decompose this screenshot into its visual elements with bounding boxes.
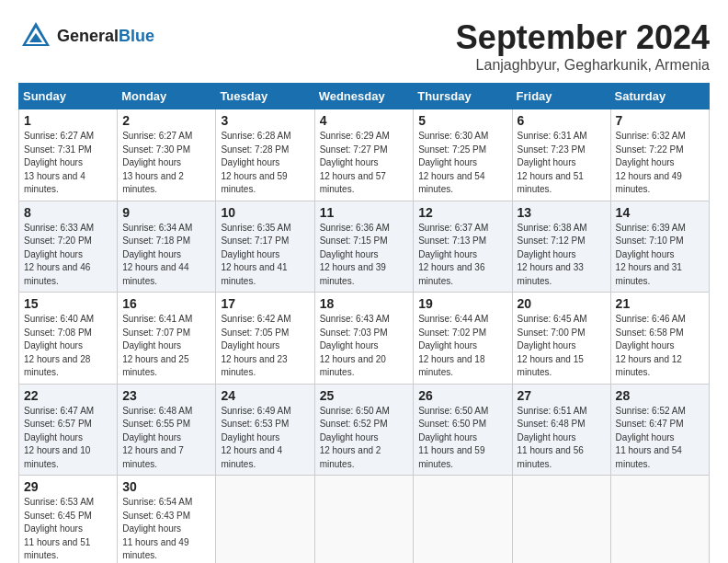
calendar-cell: 17Sunrise: 6:42 AMSunset: 7:05 PMDayligh… — [216, 293, 314, 385]
day-number: 21 — [616, 296, 704, 311]
day-info: Sunrise: 6:27 AMSunset: 7:31 PMDaylight … — [24, 130, 112, 197]
calendar-cell: 10Sunrise: 6:35 AMSunset: 7:17 PMDayligh… — [216, 201, 314, 293]
logo-icon — [18, 18, 53, 53]
day-info: Sunrise: 6:40 AMSunset: 7:08 PMDaylight … — [24, 313, 112, 380]
day-info: Sunrise: 6:54 AMSunset: 6:43 PMDaylight … — [122, 496, 210, 563]
day-number: 9 — [122, 205, 210, 220]
day-number: 26 — [418, 388, 506, 403]
day-info: Sunrise: 6:42 AMSunset: 7:05 PMDaylight … — [221, 313, 309, 380]
day-number: 4 — [320, 113, 409, 128]
calendar-week-row: 15Sunrise: 6:40 AMSunset: 7:08 PMDayligh… — [19, 293, 710, 385]
logo: GeneralBlue — [18, 18, 154, 53]
calendar-cell — [314, 476, 414, 564]
calendar-cell: 18Sunrise: 6:43 AMSunset: 7:03 PMDayligh… — [314, 293, 414, 385]
calendar-cell: 6Sunrise: 6:31 AMSunset: 7:23 PMDaylight… — [512, 109, 610, 201]
calendar-cell: 30Sunrise: 6:54 AMSunset: 6:43 PMDayligh… — [118, 476, 216, 564]
calendar-cell: 4Sunrise: 6:29 AMSunset: 7:27 PMDaylight… — [314, 109, 414, 201]
calendar-cell — [216, 476, 314, 564]
day-info: Sunrise: 6:50 AMSunset: 6:50 PMDaylight … — [418, 405, 506, 472]
day-info: Sunrise: 6:37 AMSunset: 7:13 PMDaylight … — [418, 222, 506, 289]
calendar-cell: 21Sunrise: 6:46 AMSunset: 6:58 PMDayligh… — [610, 293, 709, 385]
calendar-cell: 19Sunrise: 6:44 AMSunset: 7:02 PMDayligh… — [414, 293, 512, 385]
calendar-cell: 3Sunrise: 6:28 AMSunset: 7:28 PMDaylight… — [216, 109, 314, 201]
day-number: 27 — [518, 388, 606, 403]
day-info: Sunrise: 6:47 AMSunset: 6:57 PMDaylight … — [24, 405, 112, 472]
day-info: Sunrise: 6:49 AMSunset: 6:53 PMDaylight … — [221, 405, 309, 472]
day-number: 30 — [122, 479, 210, 494]
calendar-cell: 12Sunrise: 6:37 AMSunset: 7:13 PMDayligh… — [414, 201, 512, 293]
weekday-header: Sunday — [19, 84, 118, 109]
calendar-cell: 20Sunrise: 6:45 AMSunset: 7:00 PMDayligh… — [512, 293, 610, 385]
calendar-cell: 13Sunrise: 6:38 AMSunset: 7:12 PMDayligh… — [512, 201, 610, 293]
day-info: Sunrise: 6:51 AMSunset: 6:48 PMDaylight … — [518, 405, 606, 472]
calendar-cell: 22Sunrise: 6:47 AMSunset: 6:57 PMDayligh… — [19, 384, 118, 476]
day-info: Sunrise: 6:44 AMSunset: 7:02 PMDaylight … — [418, 313, 506, 380]
calendar-cell — [414, 476, 512, 564]
title-section: September 2024 Lanjaghbyur, Gegharkunik,… — [456, 18, 710, 74]
weekday-header: Tuesday — [216, 84, 314, 109]
calendar-cell: 9Sunrise: 6:34 AMSunset: 7:18 PMDaylight… — [118, 201, 216, 293]
calendar-cell: 7Sunrise: 6:32 AMSunset: 7:22 PMDaylight… — [610, 109, 709, 201]
calendar-cell: 1Sunrise: 6:27 AMSunset: 7:31 PMDaylight… — [19, 109, 118, 201]
day-info: Sunrise: 6:36 AMSunset: 7:15 PMDaylight … — [320, 222, 409, 289]
calendar-cell: 27Sunrise: 6:51 AMSunset: 6:48 PMDayligh… — [512, 384, 610, 476]
day-number: 23 — [122, 388, 210, 403]
day-number: 7 — [616, 113, 704, 128]
weekday-header: Thursday — [414, 84, 512, 109]
day-number: 14 — [616, 205, 704, 220]
weekday-header: Saturday — [610, 84, 709, 109]
day-number: 13 — [518, 205, 606, 220]
calendar-cell: 2Sunrise: 6:27 AMSunset: 7:30 PMDaylight… — [118, 109, 216, 201]
location-title: Lanjaghbyur, Gegharkunik, Armenia — [456, 57, 710, 74]
day-info: Sunrise: 6:34 AMSunset: 7:18 PMDaylight … — [122, 222, 210, 289]
calendar-cell: 11Sunrise: 6:36 AMSunset: 7:15 PMDayligh… — [314, 201, 414, 293]
day-number: 20 — [518, 296, 606, 311]
day-info: Sunrise: 6:28 AMSunset: 7:28 PMDaylight … — [221, 130, 309, 197]
day-number: 8 — [24, 205, 112, 220]
day-info: Sunrise: 6:31 AMSunset: 7:23 PMDaylight … — [518, 130, 606, 197]
day-number: 16 — [122, 296, 210, 311]
calendar-week-row: 8Sunrise: 6:33 AMSunset: 7:20 PMDaylight… — [19, 201, 710, 293]
day-number: 25 — [320, 388, 409, 403]
day-info: Sunrise: 6:32 AMSunset: 7:22 PMDaylight … — [616, 130, 704, 197]
calendar-cell: 23Sunrise: 6:48 AMSunset: 6:55 PMDayligh… — [118, 384, 216, 476]
day-number: 2 — [122, 113, 210, 128]
month-title: September 2024 — [456, 18, 710, 57]
calendar-week-row: 1Sunrise: 6:27 AMSunset: 7:31 PMDaylight… — [19, 109, 710, 201]
calendar-cell: 29Sunrise: 6:53 AMSunset: 6:45 PMDayligh… — [19, 476, 118, 564]
day-number: 18 — [320, 296, 409, 311]
day-number: 17 — [221, 296, 309, 311]
day-info: Sunrise: 6:35 AMSunset: 7:17 PMDaylight … — [221, 222, 309, 289]
page-header: GeneralBlue September 2024 Lanjaghbyur, … — [18, 18, 710, 74]
day-info: Sunrise: 6:50 AMSunset: 6:52 PMDaylight … — [320, 405, 409, 472]
logo-text: GeneralBlue — [57, 27, 154, 46]
weekday-header: Monday — [118, 84, 216, 109]
calendar-week-row: 22Sunrise: 6:47 AMSunset: 6:57 PMDayligh… — [19, 384, 710, 476]
day-number: 11 — [320, 205, 409, 220]
calendar-cell — [512, 476, 610, 564]
calendar-cell: 25Sunrise: 6:50 AMSunset: 6:52 PMDayligh… — [314, 384, 414, 476]
calendar-cell: 16Sunrise: 6:41 AMSunset: 7:07 PMDayligh… — [118, 293, 216, 385]
day-number: 5 — [418, 113, 506, 128]
day-info: Sunrise: 6:48 AMSunset: 6:55 PMDaylight … — [122, 405, 210, 472]
calendar-cell — [610, 476, 709, 564]
day-info: Sunrise: 6:53 AMSunset: 6:45 PMDaylight … — [24, 496, 112, 563]
day-info: Sunrise: 6:38 AMSunset: 7:12 PMDaylight … — [518, 222, 606, 289]
calendar-cell: 26Sunrise: 6:50 AMSunset: 6:50 PMDayligh… — [414, 384, 512, 476]
day-number: 15 — [24, 296, 112, 311]
calendar-week-row: 29Sunrise: 6:53 AMSunset: 6:45 PMDayligh… — [19, 476, 710, 564]
day-info: Sunrise: 6:43 AMSunset: 7:03 PMDaylight … — [320, 313, 409, 380]
weekday-header: Friday — [512, 84, 610, 109]
day-info: Sunrise: 6:33 AMSunset: 7:20 PMDaylight … — [24, 222, 112, 289]
day-number: 24 — [221, 388, 309, 403]
day-info: Sunrise: 6:41 AMSunset: 7:07 PMDaylight … — [122, 313, 210, 380]
day-number: 1 — [24, 113, 112, 128]
day-info: Sunrise: 6:29 AMSunset: 7:27 PMDaylight … — [320, 130, 409, 197]
day-info: Sunrise: 6:27 AMSunset: 7:30 PMDaylight … — [122, 130, 210, 197]
calendar-cell: 5Sunrise: 6:30 AMSunset: 7:25 PMDaylight… — [414, 109, 512, 201]
day-number: 6 — [518, 113, 606, 128]
day-info: Sunrise: 6:39 AMSunset: 7:10 PMDaylight … — [616, 222, 704, 289]
weekday-header: Wednesday — [314, 84, 414, 109]
calendar-header-row: SundayMondayTuesdayWednesdayThursdayFrid… — [19, 84, 710, 109]
calendar-cell: 24Sunrise: 6:49 AMSunset: 6:53 PMDayligh… — [216, 384, 314, 476]
